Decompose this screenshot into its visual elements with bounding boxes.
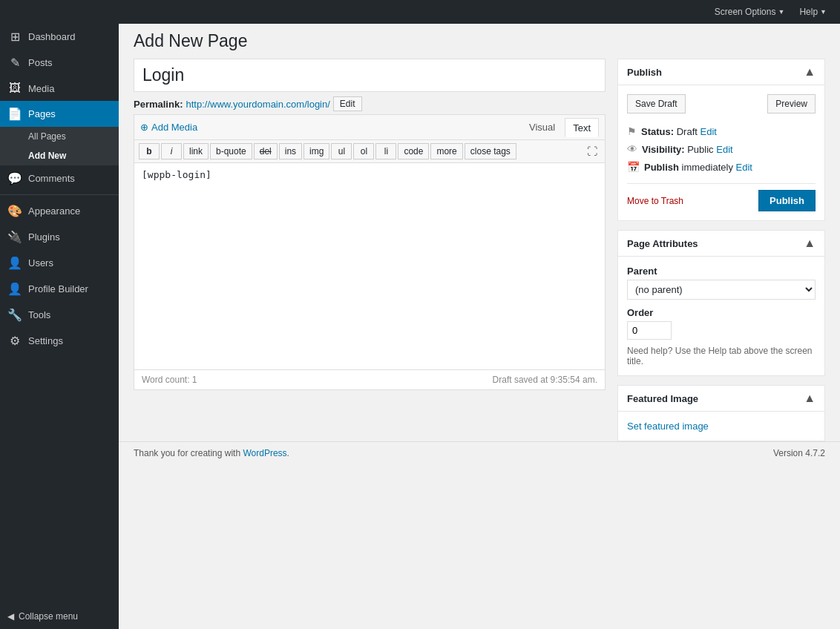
sidebar-item-profile-builder[interactable]: 👤 Profile Builder (0, 276, 119, 302)
fmt-close-tags[interactable]: close tags (465, 143, 516, 159)
appearance-icon: 🎨 (7, 204, 22, 218)
fmt-del[interactable]: del (254, 143, 278, 159)
fmt-img[interactable]: img (303, 143, 329, 159)
sidebar-item-comments[interactable]: 💬 Comments (0, 165, 119, 191)
screen-options-button[interactable]: Screen Options ▼ (709, 4, 791, 20)
sidebar-item-settings[interactable]: ⚙ Settings (0, 328, 119, 354)
sidebar-item-dashboard[interactable]: ⊞ Dashboard (0, 24, 119, 50)
calendar-icon: 📅 (627, 161, 640, 173)
sidebar-item-pages[interactable]: 📄 Pages (0, 101, 119, 127)
sidebar-subitem-all-pages[interactable]: All Pages (0, 127, 119, 146)
page-attributes-panel: Page Attributes ▲ Parent (no parent) Ord… (617, 230, 825, 376)
add-media-button[interactable]: ⊕ Add Media (140, 122, 197, 133)
order-container: Order (627, 307, 816, 340)
publish-panel-header[interactable]: Publish ▲ (618, 59, 824, 85)
help-arrow-icon: ▼ (820, 8, 827, 16)
sidebar-item-users[interactable]: 👤 Users (0, 250, 119, 276)
preview-button[interactable]: Preview (767, 94, 816, 113)
publish-actions: Save Draft Preview (627, 94, 816, 113)
visibility-icon: 👁 (627, 143, 637, 155)
main-layout: ⊞ Dashboard ✎ Posts 🖼 Media 📄 Pages All … (0, 24, 840, 629)
tab-text[interactable]: Text (565, 118, 599, 137)
format-bar: b i link b-quote del ins img ul ol li co… (134, 139, 606, 162)
sidebar-subitem-add-new[interactable]: Add New (0, 146, 119, 165)
editor-container: Permalink: http://www.yourdomain.com/log… (134, 59, 825, 441)
publish-button[interactable]: Publish (758, 190, 816, 211)
publish-timing-value: immediately (682, 162, 733, 173)
plugins-icon: 🔌 (7, 230, 22, 244)
fmt-ins[interactable]: ins (279, 143, 302, 159)
parent-select[interactable]: (no parent) (627, 280, 816, 300)
fmt-link[interactable]: link (183, 143, 209, 159)
sidebar-item-label: Media (28, 83, 54, 94)
fullscreen-button[interactable]: ⛶ (584, 144, 600, 159)
permalink-bar: Permalink: http://www.yourdomain.com/log… (134, 92, 606, 114)
fmt-ol[interactable]: ol (353, 143, 374, 159)
permalink-url[interactable]: http://www.yourdomain.com/login/ (186, 99, 329, 110)
fmt-bquote[interactable]: b-quote (210, 143, 252, 159)
publish-panel: Publish ▲ Save Draft Preview ⚑ Status: D… (617, 59, 825, 221)
editor-footer: Word count: 1 Draft saved at 9:35:54 am. (134, 370, 606, 390)
sidebar-item-appearance[interactable]: 🎨 Appearance (0, 198, 119, 224)
help-button[interactable]: Help ▼ (793, 4, 833, 20)
page-title: Add New Page (134, 31, 247, 51)
draft-saved: Draft saved at 9:35:54 am. (493, 375, 597, 385)
comments-icon: 💬 (7, 171, 22, 185)
sidebar-item-posts[interactable]: ✎ Posts (0, 50, 119, 76)
visibility-label: Visibility: Public Edit (642, 144, 733, 155)
sidebar-item-label: Tools (28, 309, 50, 320)
page-attributes-header[interactable]: Page Attributes ▲ (618, 231, 824, 257)
screen-options-label: Screen Options (715, 7, 776, 17)
version-label: Version 4.7.2 (773, 448, 825, 458)
footer-thank-you: Thank you for creating with (134, 448, 240, 458)
fmt-more[interactable]: more (430, 143, 462, 159)
tools-icon: 🔧 (7, 308, 22, 322)
page-attributes-title: Page Attributes (627, 238, 698, 249)
top-bar: Screen Options ▼ Help ▼ (0, 0, 840, 24)
order-input[interactable] (627, 321, 672, 340)
publish-panel-body: Save Draft Preview ⚑ Status: Draft Edit … (618, 85, 824, 220)
collapse-icon: ◀ (7, 611, 14, 622)
visibility-row: 👁 Visibility: Public Edit (627, 140, 816, 158)
visibility-value: Public (687, 144, 713, 155)
sidebar-item-label: Comments (28, 173, 75, 184)
wordpress-link[interactable]: WordPress (243, 448, 286, 458)
posts-icon: ✎ (7, 56, 22, 70)
fmt-italic[interactable]: i (161, 143, 182, 159)
fmt-bold[interactable]: b (139, 143, 160, 159)
save-draft-button[interactable]: Save Draft (627, 94, 686, 113)
publish-panel-toggle[interactable]: ▲ (804, 65, 816, 79)
sidebar-item-media[interactable]: 🖼 Media (0, 76, 119, 101)
sidebar-item-label: Appearance (28, 205, 80, 217)
editor-main: Permalink: http://www.yourdomain.com/log… (134, 59, 606, 390)
title-input[interactable] (134, 59, 606, 92)
status-value: Draft (677, 126, 698, 137)
profile-builder-icon: 👤 (7, 282, 22, 296)
publish-timing-edit-link[interactable]: Edit (736, 162, 752, 173)
visibility-edit-link[interactable]: Edit (716, 144, 732, 155)
fmt-ul[interactable]: ul (331, 143, 352, 159)
fmt-code[interactable]: code (398, 143, 429, 159)
status-edit-link[interactable]: Edit (700, 126, 716, 137)
featured-image-toggle[interactable]: ▲ (804, 392, 816, 405)
editor-body[interactable]: [wppb-login] (134, 162, 606, 370)
editor-sidebar: Publish ▲ Save Draft Preview ⚑ Status: D… (617, 59, 825, 441)
collapse-menu[interactable]: ◀ Collapse menu (0, 604, 119, 629)
pages-icon: 📄 (7, 107, 22, 121)
sidebar-item-plugins[interactable]: 🔌 Plugins (0, 224, 119, 250)
sidebar-item-label: Users (28, 257, 53, 269)
add-media-label: Add Media (151, 122, 197, 133)
add-media-icon: ⊕ (140, 122, 148, 133)
permalink-edit-button[interactable]: Edit (333, 96, 362, 111)
sidebar-item-label: Plugins (28, 231, 60, 243)
fmt-li[interactable]: li (375, 143, 396, 159)
publish-panel-title: Publish (627, 67, 662, 78)
status-icon: ⚑ (627, 125, 637, 137)
move-to-trash-button[interactable]: Move to Trash (627, 196, 683, 206)
featured-image-header[interactable]: Featured Image ▲ (618, 386, 824, 412)
sidebar-item-label: Settings (28, 335, 63, 346)
page-attributes-toggle[interactable]: ▲ (804, 237, 816, 250)
tab-visual[interactable]: Visual (521, 118, 563, 136)
set-featured-image-link[interactable]: Set featured image (627, 421, 709, 432)
sidebar-item-tools[interactable]: 🔧 Tools (0, 302, 119, 328)
